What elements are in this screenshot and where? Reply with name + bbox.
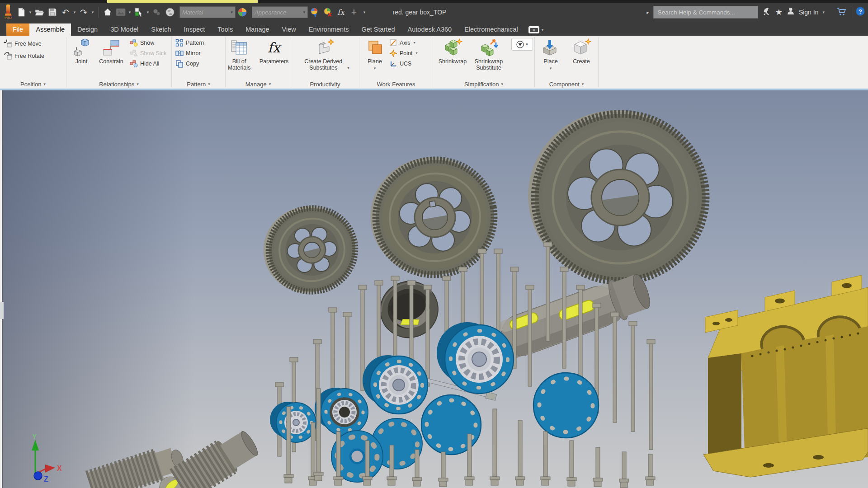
render-image-icon[interactable] xyxy=(114,5,127,19)
undo-icon[interactable]: ↶ xyxy=(59,5,72,19)
create-derived-dropdown-icon[interactable]: ▾ xyxy=(347,65,349,71)
a360-images-dropdown-icon[interactable]: ▾ xyxy=(542,28,544,32)
free-rotate-button[interactable]: Free Rotate xyxy=(2,52,46,60)
tab-tools[interactable]: Tools xyxy=(211,23,239,36)
redo-icon[interactable]: ↷ xyxy=(77,5,90,19)
sign-in-button[interactable]: Sign In xyxy=(799,9,819,16)
hide-all-button[interactable]: Hide All xyxy=(128,59,168,68)
material-combo-arrow-icon[interactable]: ▾ xyxy=(231,10,233,14)
shrinkwrap-substitute-button[interactable]: Shrinkwrap Substitute xyxy=(470,37,508,71)
a360-images-button[interactable]: ▾ xyxy=(528,23,544,36)
panel-label-manage[interactable]: Manage ▾ xyxy=(226,80,291,89)
adjust-appearance-icon[interactable] xyxy=(308,5,321,19)
component-select-icon[interactable] xyxy=(132,5,145,19)
inventor-logo-icon[interactable]: PRO xyxy=(2,5,14,19)
axis-button[interactable]: Axis ▾ xyxy=(388,38,419,47)
tab-design[interactable]: Design xyxy=(71,23,104,36)
panel-label-work-features[interactable]: Work Features xyxy=(359,80,433,89)
customize-toolbar-icon[interactable]: ▾ xyxy=(361,5,368,19)
open-icon[interactable] xyxy=(33,5,46,19)
tab-manage[interactable]: Manage xyxy=(239,23,275,36)
appearance-combo-arrow-icon[interactable]: ▾ xyxy=(303,10,305,14)
free-move-button[interactable]: Free Move xyxy=(2,39,43,48)
ucs-button[interactable]: UCS xyxy=(388,59,419,68)
pattern-button[interactable]: Pattern xyxy=(174,38,205,47)
tab-electromechanical[interactable]: Electromechanical xyxy=(458,23,524,36)
plane-icon xyxy=(366,38,384,58)
cover-disc-mid[interactable] xyxy=(421,395,481,455)
axis-dropdown-icon[interactable]: ▾ xyxy=(414,41,415,45)
search-expand-arrow-icon[interactable]: ▸ xyxy=(646,9,649,15)
home-view-icon[interactable] xyxy=(101,5,114,19)
search-box[interactable] xyxy=(653,6,758,19)
panel-label-relationships[interactable]: Relationships ▾ xyxy=(66,80,171,89)
parameters-button[interactable]: fx Parameters xyxy=(257,37,291,65)
place-button[interactable]: Place ▾ xyxy=(538,37,563,72)
mirror-button[interactable]: Mirror xyxy=(174,49,202,57)
copy-button[interactable]: Copy xyxy=(174,59,200,68)
cover-disc-right[interactable] xyxy=(533,373,599,438)
plane-dropdown-icon[interactable]: ▾ xyxy=(374,65,376,71)
svg-text:fx: fx xyxy=(268,40,282,56)
panel-label-simplification[interactable]: Simplification ▾ xyxy=(433,80,534,89)
point-button[interactable]: Point ▾ xyxy=(388,49,419,57)
show-sick-button[interactable]: Show Sick xyxy=(128,49,168,57)
tab-environments[interactable]: Environments xyxy=(302,23,355,36)
panel-label-productivity[interactable]: Productivity xyxy=(291,80,359,89)
select-dropdown-icon[interactable]: ▾ xyxy=(146,5,150,19)
tab-assemble[interactable]: Assemble xyxy=(29,23,71,36)
show-sick-icon xyxy=(130,49,138,57)
place-dropdown-icon[interactable]: ▾ xyxy=(550,65,552,71)
viewport-canvas[interactable]: Y X Z xyxy=(0,90,868,488)
tab-file[interactable]: File xyxy=(6,23,29,36)
add-qat-plus-icon[interactable]: + xyxy=(348,5,360,19)
user-icon[interactable] xyxy=(787,7,795,18)
panel-label-pattern[interactable]: Pattern ▾ xyxy=(172,80,225,89)
triad-y-label: Y xyxy=(32,433,37,441)
panel-label-position[interactable]: Position ▾ xyxy=(0,80,66,89)
constrain-button[interactable]: Constrain xyxy=(94,37,128,65)
model-viewport[interactable]: Y X Z xyxy=(0,90,868,488)
show-button[interactable]: Show xyxy=(128,38,168,47)
shrinkwrap-button[interactable]: Shrinkwrap xyxy=(435,37,470,65)
search-input[interactable] xyxy=(657,9,755,16)
tab-3d-model[interactable]: 3D Model xyxy=(104,23,145,36)
new-file-icon[interactable] xyxy=(15,5,28,19)
material-combo[interactable]: Material ▾ xyxy=(179,6,236,18)
browser-expand-handle[interactable] xyxy=(0,302,4,319)
communication-center-icon[interactable] xyxy=(762,7,771,18)
redo-dropdown-icon[interactable]: ▾ xyxy=(90,5,95,19)
tab-view[interactable]: View xyxy=(276,23,302,36)
clear-appearance-icon[interactable] xyxy=(321,5,334,19)
parameters-fx-icon[interactable]: fx xyxy=(335,5,347,19)
joint-button[interactable]: Joint xyxy=(69,37,94,65)
appearance-ball-icon[interactable] xyxy=(236,5,249,19)
hide-all-icon xyxy=(130,60,138,68)
appearance-combo[interactable]: Appearance ▾ xyxy=(252,6,308,18)
tab-inspect[interactable]: Inspect xyxy=(178,23,212,36)
undo-dropdown-icon[interactable]: ▾ xyxy=(72,5,77,19)
simplification-filter-button[interactable]: ▾ xyxy=(511,38,533,51)
app-store-cart-icon[interactable] xyxy=(836,6,847,18)
tab-sketch[interactable]: Sketch xyxy=(145,23,177,36)
panel-label-component[interactable]: Component ▾ xyxy=(535,80,598,89)
create-derived-substitutes-button[interactable]: Create Derived Substitutes ▾ xyxy=(298,37,352,71)
bill-of-materials-button[interactable]: Bill of Materials xyxy=(225,37,253,71)
tab-get-started[interactable]: Get Started xyxy=(355,23,401,36)
new-file-dropdown-icon[interactable]: ▾ xyxy=(28,5,33,19)
help-icon[interactable]: ? xyxy=(855,6,865,18)
save-icon[interactable] xyxy=(46,5,59,19)
point-dropdown-icon[interactable]: ▾ xyxy=(416,51,418,55)
filter-dropdown-icon[interactable]: ▾ xyxy=(526,42,528,47)
constrain-icon xyxy=(102,38,121,58)
material-ball-icon[interactable] xyxy=(164,5,176,19)
free-rotate-icon xyxy=(4,52,12,60)
plane-button[interactable]: Plane ▾ xyxy=(362,37,388,72)
create-button[interactable]: Create xyxy=(568,37,595,65)
render-dropdown-icon[interactable]: ▾ xyxy=(127,5,132,19)
browser-panel-strip[interactable] xyxy=(0,90,2,488)
measure-icon[interactable] xyxy=(151,5,163,19)
tab-autodesk-a360[interactable]: Autodesk A360 xyxy=(401,23,458,36)
sign-in-dropdown-icon[interactable]: ▾ xyxy=(822,10,825,14)
favorites-star-icon[interactable]: ★ xyxy=(775,7,783,17)
